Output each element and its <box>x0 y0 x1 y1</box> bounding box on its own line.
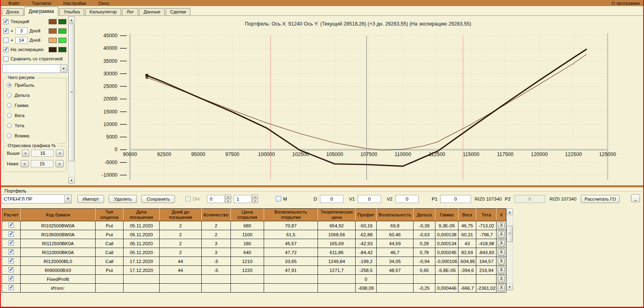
profit-radio[interactable] <box>7 83 12 88</box>
column-header[interactable]: Теоретическая цена <box>318 209 356 221</box>
import-button[interactable]: Импорт <box>77 195 104 203</box>
row-calc-checkbox[interactable] <box>9 258 14 263</box>
table-cell[interactable]: Call <box>96 248 124 257</box>
table-cell[interactable]: 0,000245 <box>435 248 458 257</box>
table-cell[interactable]: 0,65 <box>414 266 435 275</box>
radio-row-delta[interactable]: Дельта <box>7 90 64 100</box>
table-cell[interactable] <box>202 284 231 293</box>
table-cell[interactable]: -843,83 <box>476 248 497 257</box>
table-cell[interactable] <box>318 275 356 284</box>
radio-row-profit[interactable]: Прибыль <box>7 80 64 90</box>
row-delete-button[interactable]: X <box>498 267 505 274</box>
below-value-input[interactable] <box>31 160 53 167</box>
table-cell[interactable]: -2361,02 <box>476 284 497 293</box>
row-calc-checkbox[interactable] <box>9 276 14 281</box>
table-cell[interactable] <box>264 284 318 293</box>
table-cell[interactable]: -0,000106 <box>435 257 458 266</box>
table-cell[interactable]: 47,72 <box>264 248 318 257</box>
table-cell[interactable]: 1100 <box>231 230 264 239</box>
settings-panel-scrollbar[interactable]: ▲ ▼ <box>68 16 75 184</box>
column-header[interactable]: Профит <box>356 209 377 221</box>
delete-button[interactable]: Удалить <box>109 195 137 203</box>
table-cell[interactable]: RI105000BW0A <box>21 230 96 239</box>
table-cell[interactable]: 0,000138 <box>435 230 458 239</box>
table-cell[interactable] <box>231 284 264 293</box>
row-delete-button[interactable]: X <box>498 231 505 238</box>
table-cell[interactable]: -504,85 <box>458 257 476 266</box>
current-checkbox[interactable] <box>3 19 9 24</box>
table-cell[interactable]: -0,63 <box>414 230 435 239</box>
table-cell[interactable]: 69,8 <box>377 221 414 230</box>
strategy-combo-dropdown-icon[interactable]: ▼ <box>64 195 71 203</box>
table-cell[interactable]: 1210 <box>231 257 264 266</box>
radio-row-gamma[interactable]: Гамма <box>7 100 64 110</box>
spinner-up-icon[interactable]: ▲ <box>252 195 258 199</box>
table-cell[interactable]: 60,46 <box>377 230 414 239</box>
combo-dropdown-icon[interactable]: ▼ <box>60 65 67 73</box>
table-cell[interactable]: 654,92 <box>318 221 356 230</box>
table-cell[interactable]: 60,31 <box>458 230 476 239</box>
table-cell[interactable]: 34,05 <box>377 257 414 266</box>
plus14-checkbox[interactable] <box>3 38 9 43</box>
table-cell[interactable] <box>124 275 160 284</box>
column-header[interactable]: Расчет <box>2 209 21 221</box>
below-increment-button[interactable]: > <box>55 160 64 167</box>
tab-board[interactable]: Доска <box>2 8 23 16</box>
tab-calculator[interactable]: Калькулятор <box>85 8 121 16</box>
row-delete-button[interactable]: X <box>498 240 505 247</box>
table-cell[interactable]: -796,7 <box>476 230 497 239</box>
above-value-input[interactable] <box>31 150 54 157</box>
table-cell[interactable]: 2 <box>160 248 202 257</box>
radio-row-theta[interactable]: Тета <box>7 120 64 130</box>
table-cell[interactable] <box>377 275 414 284</box>
table-cell[interactable]: Put <box>96 221 124 230</box>
table-cell[interactable]: 3 <box>202 248 231 257</box>
table-cell[interactable]: 0 <box>356 275 377 284</box>
table-cell[interactable]: 2 <box>160 221 202 230</box>
table-cell[interactable]: 640 <box>231 248 264 257</box>
table-cell[interactable]: 46,75 <box>458 221 476 230</box>
table-cell[interactable]: 05.11.2020 <box>124 221 160 230</box>
table-scroll-down-icon[interactable]: ▼ <box>507 284 513 290</box>
table-cell[interactable]: 48,57 <box>377 266 414 275</box>
table-cell[interactable]: RI90000BX0 <box>21 266 96 275</box>
table-cell[interactable] <box>96 284 124 293</box>
tab-smile[interactable]: Улыбка <box>59 8 84 16</box>
table-cell[interactable]: RI102500BW0A <box>21 221 96 230</box>
vega-radio[interactable] <box>7 113 12 118</box>
table-cell[interactable]: FixedProfit <box>21 275 96 284</box>
table-cell[interactable]: 0,000134 <box>435 239 458 248</box>
table-cell[interactable]: 165,69 <box>318 239 356 248</box>
column-header[interactable]: Дней до погашения <box>160 209 202 221</box>
plus3-checkbox[interactable] <box>3 28 9 34</box>
table-cell[interactable]: 44 <box>160 257 202 266</box>
column-header[interactable]: X <box>497 209 506 221</box>
collapse-panel-button[interactable]: _ <box>631 194 640 202</box>
spinner-up-icon[interactable]: ▲ <box>225 195 231 199</box>
row-delete-button[interactable]: X <box>498 276 505 282</box>
table-cell[interactable]: -5 <box>202 266 231 275</box>
table-cell[interactable] <box>96 275 124 284</box>
table-cell[interactable]: -50,16 <box>356 221 377 230</box>
calculate-margin-button[interactable]: Рассчитать ГО <box>581 195 620 203</box>
table-cell[interactable]: Put <box>96 266 124 275</box>
v2-field[interactable] <box>395 195 419 203</box>
scroll-up-icon[interactable]: ▲ <box>68 17 75 23</box>
column-header[interactable]: Цена открытия <box>231 209 264 221</box>
dh-checkbox[interactable] <box>186 196 191 201</box>
table-cell[interactable]: 05.11.2020 <box>124 248 160 257</box>
table-cell[interactable]: -84,42 <box>356 248 377 257</box>
table-cell[interactable]: 17.12.2020 <box>124 266 160 275</box>
menu-item-file[interactable]: Файл <box>8 1 19 6</box>
table-cell[interactable] <box>160 275 202 284</box>
m-checkbox[interactable] <box>276 196 281 201</box>
table-cell[interactable]: 9,3E-05 <box>435 221 458 230</box>
plus3-days-input[interactable] <box>15 28 28 34</box>
table-cell[interactable]: 0,000446 <box>435 284 458 293</box>
table-cell[interactable]: 0,78 <box>414 248 435 257</box>
table-cell[interactable] <box>160 284 202 293</box>
table-cell[interactable]: 680 <box>231 221 264 230</box>
table-cell[interactable]: 61,5 <box>264 230 318 239</box>
table-cell[interactable]: 216,94 <box>476 266 497 275</box>
table-cell[interactable]: 194,57 <box>476 257 497 266</box>
